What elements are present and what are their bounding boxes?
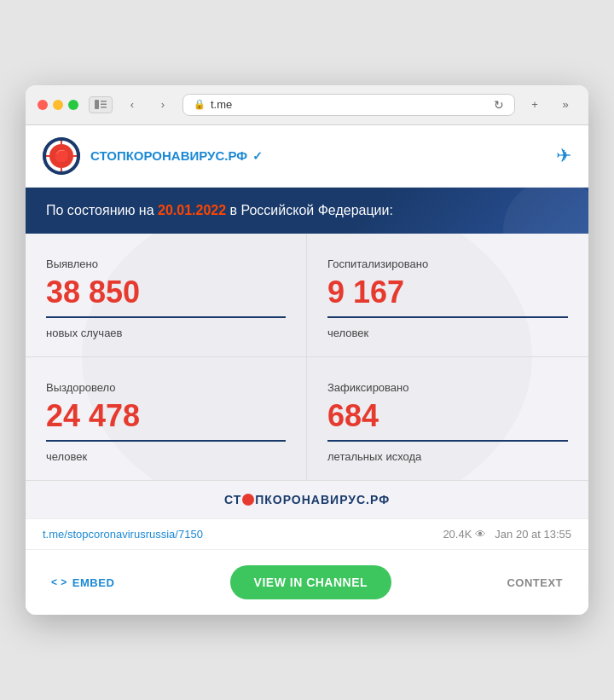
back-button[interactable]: ‹ (121, 94, 143, 116)
banner-date: 20.01.2022 (158, 203, 226, 217)
svg-rect-1 (101, 101, 107, 102)
content-area: 🛑 СТОПКОРОНАВИРУС.РФ ✓ ✈ По состоянию на… (26, 125, 588, 615)
svg-text:🛑: 🛑 (55, 149, 70, 164)
logo-circle (242, 494, 254, 506)
more-button[interactable]: » (554, 94, 576, 116)
url-text: t.me (211, 98, 232, 111)
sidebar-toggle[interactable] (89, 96, 113, 113)
context-button[interactable]: CONTEXT (507, 576, 563, 589)
post-footer: t.me/stopcoronavirusrussia/7150 20.4K 👁 … (26, 518, 588, 549)
stat-cell-deaths: Зафиксировано 684 летальных исхода (307, 357, 588, 480)
svg-rect-3 (101, 107, 107, 108)
reload-button[interactable]: ↻ (494, 98, 504, 112)
stat-sublabel-deaths: летальных исхода (327, 450, 568, 463)
stat-sublabel-recovered: человек (46, 450, 286, 463)
stat-number-hospitalized: 9 167 (327, 277, 568, 308)
channel-name: СТОПКОРОНАВИРУС.РФ ✓ (90, 148, 263, 163)
banner-text: По состоянию на 20.01.2022 в Российской … (46, 203, 568, 218)
post-header: 🛑 СТОПКОРОНАВИРУС.РФ ✓ ✈ (26, 125, 588, 188)
stat-sublabel-hospitalized: человек (327, 327, 568, 339)
logo-row: СТПКОРОНАВИРУС.РФ (26, 480, 588, 518)
site-logo: СТПКОРОНАВИРУС.РФ (224, 493, 390, 506)
telegram-icon[interactable]: ✈ (556, 145, 571, 167)
stat-number-detected: 38 850 (46, 277, 286, 308)
view-channel-button[interactable]: VIEW IN CHANNEL (230, 565, 392, 599)
action-bar: < > EMBED VIEW IN CHANNEL CONTEXT (26, 549, 588, 615)
stat-number-deaths: 684 (327, 401, 568, 431)
close-button[interactable] (38, 100, 48, 110)
stat-divider-3 (46, 440, 286, 442)
browser-chrome: ‹ › 🔒 t.me ↻ + » (26, 85, 588, 125)
embed-icon: < > (51, 576, 67, 588)
svg-rect-2 (101, 104, 107, 106)
channel-avatar: 🛑 (43, 137, 80, 175)
stat-label-hospitalized: Госпитализировано (327, 257, 568, 270)
forward-button[interactable]: › (152, 94, 174, 116)
minimize-button[interactable] (53, 100, 63, 110)
stat-sublabel-detected: новых случаев (46, 327, 286, 339)
view-count: 20.4K 👁 (443, 528, 486, 541)
verified-badge: ✓ (252, 149, 263, 163)
stat-divider-2 (327, 316, 568, 318)
post-date: Jan 20 at 13:55 (495, 528, 571, 541)
stats-grid: Выявлено 38 850 новых случаев Госпитализ… (26, 234, 588, 480)
url-bar[interactable]: 🔒 t.me ↻ (182, 94, 515, 116)
svg-rect-0 (95, 100, 99, 109)
stat-label-deaths: Зафиксировано (327, 381, 568, 394)
channel-info: 🛑 СТОПКОРОНАВИРУС.РФ ✓ (43, 137, 263, 175)
add-tab-button[interactable]: + (524, 94, 546, 116)
stat-number-recovered: 24 478 (46, 401, 286, 431)
browser-window: ‹ › 🔒 t.me ↻ + » (26, 85, 588, 615)
traffic-lights (38, 100, 78, 110)
post-banner: По состоянию на 20.01.2022 в Российской … (26, 188, 588, 234)
stat-cell-recovered: Выздоровело 24 478 человек (26, 357, 307, 480)
post-link[interactable]: t.me/stopcoronavirusrussia/7150 (43, 528, 203, 541)
stat-divider-4 (327, 440, 568, 442)
lock-icon: 🔒 (194, 99, 206, 110)
stat-label-recovered: Выздоровело (46, 381, 286, 394)
embed-button[interactable]: < > EMBED (51, 576, 114, 589)
stat-label-detected: Выявлено (46, 257, 286, 270)
stat-cell-hospitalized: Госпитализировано 9 167 человек (307, 234, 588, 357)
maximize-button[interactable] (68, 100, 78, 110)
eye-icon: 👁 (475, 528, 486, 541)
stat-divider (46, 316, 286, 318)
post-meta: 20.4K 👁 Jan 20 at 13:55 (443, 528, 571, 541)
stat-cell-detected: Выявлено 38 850 новых случаев (26, 234, 307, 357)
